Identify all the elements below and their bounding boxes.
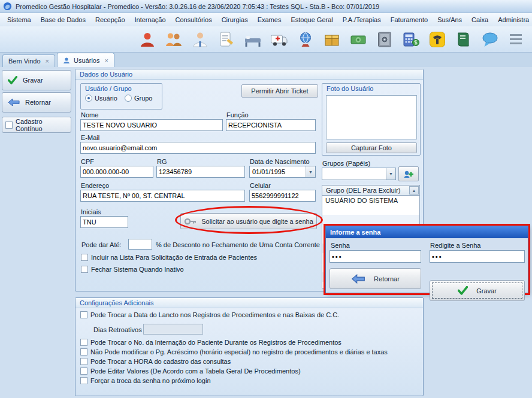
billing-icon[interactable] — [349, 30, 368, 49]
nascimento-label: Data de Nascimento — [250, 158, 310, 165]
menu-caixa[interactable]: Caixa — [467, 14, 493, 25]
scroll-up-icon[interactable]: ▲ — [409, 186, 419, 195]
add-group-button[interactable] — [398, 166, 419, 181]
usuario-grupo-group: Usuário / Grupo Usuário Grupo — [80, 83, 162, 110]
tab-bem-vindo[interactable]: Bem Vindo × — [2, 54, 55, 67]
more-icon[interactable] — [507, 30, 526, 49]
toolbar — [0, 26, 532, 53]
ledger-icon[interactable] — [454, 30, 473, 49]
foto-title: Foto do Usuário — [322, 84, 420, 93]
ambulance-icon[interactable] — [270, 30, 289, 49]
nome-input[interactable] — [80, 119, 223, 131]
rg-input[interactable] — [156, 166, 245, 178]
radio-usuario[interactable] — [85, 95, 92, 102]
dialog-titlebar: Informe a senha — [326, 226, 528, 238]
trocar-data-lancto-checkbox[interactable]: Pode Trocar a Data do Lancto nos Registr… — [80, 311, 339, 318]
dialog-retornar-label: Retornar — [374, 275, 400, 282]
checkbox-box — [80, 348, 87, 356]
menu-pa-terapias[interactable]: P.A./Terapias — [338, 14, 386, 25]
reception-icon[interactable] — [164, 30, 183, 49]
radio-grupo[interactable] — [125, 95, 132, 102]
check-icon — [458, 286, 468, 295]
nascimento-select[interactable]: 01/01/1995 ▼ — [249, 166, 316, 178]
dias-retroativos-label: Dias Retroativos : — [93, 326, 146, 333]
chat-icon[interactable] — [480, 30, 500, 49]
close-icon[interactable]: × — [46, 57, 49, 65]
funcao-input[interactable] — [226, 119, 316, 131]
nao-modificar-acrescimo-label: Não Pode modificar o Pg. Acréscimo (horá… — [90, 348, 388, 356]
grupo-list-header: Grupo (DEL Para Excluir) ▲ — [322, 185, 420, 196]
patients-icon[interactable] — [138, 30, 157, 49]
nao-modificar-acrescimo-checkbox[interactable]: Não Pode modificar o Pg. Acréscimo (horá… — [80, 348, 388, 356]
iniciais-label: Iniciais — [81, 208, 101, 215]
trocar-hora-checkbox[interactable]: Pode Trocar a HORA do cadastro das consu… — [80, 358, 231, 365]
menu-estoque-geral[interactable]: Estoque Geral — [286, 14, 337, 25]
cpf-input[interactable] — [80, 166, 153, 178]
menu-recepcao[interactable]: Recepção — [90, 14, 130, 25]
phone-icon[interactable] — [428, 30, 447, 49]
incluir-lista-checkbox[interactable]: Incluir na Lista Para Solicitação de Ent… — [81, 254, 257, 261]
editar-valores-label: Pode Editar Valores (De Acordo com a Tab… — [90, 367, 301, 375]
menu-consultorios[interactable]: Consultórios — [171, 14, 217, 25]
checkbox-box — [5, 121, 13, 129]
dias-retroativos-input — [143, 324, 203, 335]
grupos-papeis-select[interactable]: ▼ — [322, 168, 396, 180]
email-input[interactable] — [80, 142, 316, 154]
chevron-down-icon[interactable]: ▼ — [306, 166, 315, 177]
capturar-foto-button[interactable]: Capturar Foto — [326, 142, 417, 153]
dialog-title-label: Informe a senha — [330, 229, 380, 236]
menu-internacao[interactable]: Internação — [130, 14, 171, 25]
fechar-sistema-checkbox[interactable]: Fechar Sistema Quando Inativo — [81, 266, 184, 273]
safe-icon[interactable] — [375, 30, 394, 49]
foto-do-usuario-group: Foto do Usuário Capturar Foto — [322, 83, 421, 156]
editar-valores-checkbox[interactable]: Pode Editar Valores (De Acordo com a Tab… — [80, 367, 301, 375]
cpf-label: CPF — [81, 158, 94, 165]
radio-usuario-label: Usuário — [95, 95, 117, 102]
cashier-icon[interactable] — [401, 30, 421, 49]
incluir-lista-label: Incluir na Lista Para Solicitação de Ent… — [91, 254, 257, 261]
menu-administracao[interactable]: Administra — [493, 14, 532, 25]
retornar-label: Retornar — [25, 99, 51, 106]
solicitar-senha-button[interactable]: Solicitar ao usuário que digite a senha — [180, 213, 317, 229]
forcar-troca-senha-checkbox[interactable]: Forçar a troca da senha no próximo login — [80, 377, 211, 384]
dialog-gravar-button[interactable]: Gravar — [430, 280, 525, 301]
dialog-gravar-label: Gravar — [476, 287, 497, 294]
menu-base-de-dados[interactable]: Base de Dados — [36, 14, 90, 25]
celular-input[interactable] — [249, 190, 316, 202]
grupo-list-item[interactable]: USUÁRIO DO SISTEMA — [325, 197, 398, 204]
menu-cirurgias[interactable]: Cirurgias — [217, 14, 253, 25]
menu-faturamento[interactable]: Faturamento — [386, 14, 433, 25]
stock-icon[interactable] — [322, 30, 341, 49]
grupos-papeis-label: Grupos (Papéis) — [322, 160, 370, 167]
left-arrow-icon — [8, 98, 20, 107]
usuario-grupo-title: Usuário / Grupo — [81, 84, 162, 93]
retornar-button[interactable]: Retornar — [2, 92, 71, 113]
senha-label: Senha — [331, 242, 350, 249]
senha-input[interactable] — [330, 250, 421, 263]
menu-sistema[interactable]: Sistema — [2, 14, 36, 25]
bed-icon[interactable] — [243, 30, 262, 49]
close-icon[interactable]: × — [104, 57, 108, 64]
dialog-retornar-button[interactable]: Retornar — [330, 268, 421, 289]
fechar-sistema-label: Fechar Sistema Quando Inativo — [91, 266, 184, 273]
desconto-input[interactable] — [128, 239, 152, 250]
tab-usuarios[interactable]: Usuários × — [57, 53, 114, 67]
menu-exames[interactable]: Exames — [253, 14, 286, 25]
iniciais-input[interactable] — [80, 216, 128, 228]
endereco-input[interactable] — [80, 190, 245, 202]
exams-icon[interactable] — [296, 30, 315, 49]
titlebar: Promedico Gestão Hospitalar - Promedico … — [0, 0, 532, 13]
solicitar-senha-label: Solicitar ao usuário que digite a senha — [201, 218, 313, 225]
redigite-senha-input[interactable] — [430, 250, 525, 263]
gravar-button[interactable]: Gravar — [2, 70, 71, 90]
permitir-abrir-ticket-button[interactable]: Permitir Abrir Ticket — [241, 84, 318, 98]
doctor-icon[interactable] — [191, 30, 210, 49]
cadastro-continuo-checkbox[interactable]: Cadastro Contínuo — [2, 117, 71, 133]
prescription-icon[interactable] — [217, 30, 236, 49]
menu-sus-ans[interactable]: Sus/Ans — [433, 14, 467, 25]
add-user-group-icon — [403, 169, 414, 179]
user-tab-icon — [63, 57, 70, 64]
trocar-internacao-checkbox[interactable]: Pode Trocar o No. da Internação do Pacie… — [80, 339, 341, 346]
checkbox-box — [80, 377, 87, 384]
chevron-down-icon[interactable]: ▼ — [386, 168, 395, 180]
